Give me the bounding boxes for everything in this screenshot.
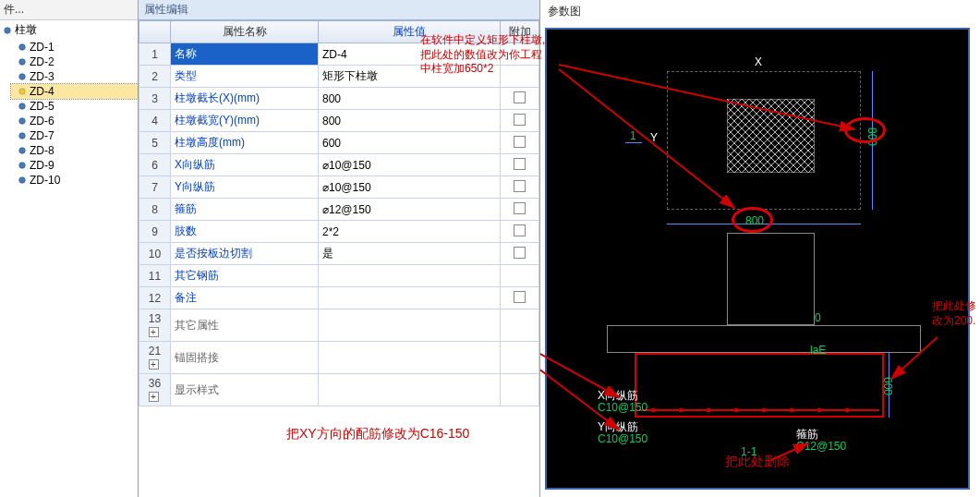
tree-root-label: 柱墩 <box>15 22 37 38</box>
prop-value[interactable]: 是 <box>319 243 501 265</box>
prop-row-5[interactable]: 5柱墩高度(mm)600 <box>139 132 539 154</box>
lae-label: laE <box>810 344 826 357</box>
prop-value[interactable]: 800 <box>319 88 501 110</box>
prop-name[interactable]: X向纵筋 <box>171 154 319 176</box>
tree-root[interactable]: 柱墩 <box>0 20 138 40</box>
prop-value[interactable]: 800 <box>319 110 501 132</box>
checkbox[interactable] <box>514 291 526 303</box>
prop-value[interactable]: ⌀10@150 <box>319 154 501 176</box>
svg-point-18 <box>790 408 793 412</box>
component-tree-panel: 件... 柱墩 ZD-1ZD-2ZD-3ZD-4ZD-5ZD-6ZD-7ZD-8… <box>0 0 139 497</box>
prop-row-4[interactable]: 4柱墩截宽(Y)(mm)800 <box>139 110 539 132</box>
expand-icon[interactable]: + <box>149 327 159 337</box>
tree-item-zd-3[interactable]: ZD-3 <box>11 69 138 84</box>
section-label: 1-1 <box>741 445 756 458</box>
highlight-ellipse-x800 <box>732 207 773 233</box>
prop-value[interactable] <box>319 265 501 287</box>
expand-icon[interactable]: + <box>149 359 159 370</box>
prop-name[interactable]: 类型 <box>171 66 319 88</box>
prop-value[interactable]: ⌀10@150 <box>319 176 501 199</box>
checkbox[interactable] <box>514 91 526 103</box>
svg-point-17 <box>762 408 766 412</box>
header-name: 属性名称 <box>171 21 319 43</box>
svg-point-8 <box>19 148 25 153</box>
prop-value[interactable]: 矩形下柱墩 <box>319 66 501 88</box>
svg-point-0 <box>5 27 10 32</box>
tree-item-zd-1[interactable]: ZD-1 <box>11 40 138 55</box>
checkbox[interactable] <box>514 224 526 236</box>
highlight-ellipse-y800 <box>844 117 886 143</box>
prop-value[interactable]: ⌀12@150 <box>319 199 501 221</box>
checkbox[interactable] <box>514 247 526 259</box>
svg-point-15 <box>707 408 710 412</box>
svg-point-4 <box>19 89 25 94</box>
svg-point-20 <box>845 408 849 412</box>
diagram-canvas: X Y 1 800 800 0 <box>545 28 970 490</box>
prop-name[interactable]: 柱墩截长(X)(mm) <box>171 88 319 110</box>
prop-name[interactable]: 名称 <box>171 43 319 66</box>
prop-name[interactable]: 锚固搭接 <box>171 342 319 374</box>
prop-row-6[interactable]: 6X向纵筋⌀10@150 <box>139 154 539 176</box>
tree-item-zd-4[interactable]: ZD-4 <box>11 84 138 99</box>
tree-item-zd-2[interactable]: ZD-2 <box>11 55 138 69</box>
prop-row-2[interactable]: 2类型矩形下柱墩 <box>139 66 539 88</box>
annotation-xy-rebar: 把XY方向的配筋修改为C16-150 <box>286 425 539 442</box>
stirrup-value: C12@150 <box>796 440 846 453</box>
prop-row-21[interactable]: 21 +锚固搭接 <box>139 342 539 374</box>
header-blank <box>139 21 171 43</box>
prop-name[interactable]: 是否按板边切割 <box>171 243 319 265</box>
prop-row-36[interactable]: 36 +显示样式 <box>139 374 539 406</box>
prop-value[interactable] <box>319 342 501 374</box>
property-tab[interactable]: 属性编辑 <box>139 0 539 20</box>
expand-icon[interactable]: + <box>149 392 159 402</box>
tree-item-zd-9[interactable]: ZD-9 <box>11 158 138 173</box>
prop-value[interactable]: 2*2 <box>319 221 501 243</box>
prop-row-13[interactable]: 13 +其它属性 <box>139 309 539 342</box>
svg-point-9 <box>19 163 25 168</box>
checkbox[interactable] <box>514 180 526 192</box>
tree-header: 件... <box>0 0 138 20</box>
prop-name[interactable]: 显示样式 <box>171 374 319 406</box>
svg-point-6 <box>19 118 25 124</box>
prop-row-7[interactable]: 7Y向纵筋⌀10@150 <box>139 176 539 199</box>
prop-row-8[interactable]: 8箍筋⌀12@150 <box>139 199 539 221</box>
prop-value[interactable] <box>319 374 501 406</box>
checkbox[interactable] <box>514 136 526 148</box>
prop-row-11[interactable]: 11其它钢筋 <box>139 265 539 287</box>
tree-item-zd-5[interactable]: ZD-5 <box>11 99 138 114</box>
prop-value[interactable]: ZD-4 <box>319 43 501 66</box>
prop-name[interactable]: 柱墩高度(mm) <box>171 132 319 154</box>
prop-value[interactable] <box>319 287 501 309</box>
checkbox[interactable] <box>514 114 526 126</box>
tree-item-zd-6[interactable]: ZD-6 <box>11 114 138 128</box>
prop-row-1[interactable]: 1名称ZD-4 <box>139 43 539 66</box>
prop-name[interactable]: 柱墩截宽(Y)(mm) <box>171 110 319 132</box>
svg-point-7 <box>19 133 25 139</box>
prop-row-12[interactable]: 12备注 <box>139 287 539 309</box>
tree-item-zd-7[interactable]: ZD-7 <box>11 128 138 143</box>
prop-name[interactable]: Y向纵筋 <box>171 176 319 199</box>
tree-item-zd-8[interactable]: ZD-8 <box>11 143 138 158</box>
x-rebar-value: C10@150 <box>598 401 647 414</box>
y-rebar-value: C10@150 <box>598 432 647 445</box>
prop-name[interactable]: 肢数 <box>171 221 319 243</box>
svg-point-5 <box>19 103 25 109</box>
prop-name[interactable]: 备注 <box>171 287 319 309</box>
prop-name[interactable]: 箍筋 <box>171 199 319 221</box>
prop-value[interactable]: 600 <box>319 132 501 154</box>
svg-rect-11 <box>727 99 815 173</box>
svg-point-1 <box>19 44 25 50</box>
dim-x-label: X <box>755 55 762 68</box>
prop-row-10[interactable]: 10是否按板边切割是 <box>139 243 539 265</box>
prop-row-9[interactable]: 9肢数2*2 <box>139 221 539 243</box>
prop-name[interactable]: 其它钢筋 <box>171 265 319 287</box>
checkbox[interactable] <box>514 202 526 214</box>
prop-name[interactable]: 其它属性 <box>171 309 319 342</box>
property-table: 属性名称 属性值 附加 1名称ZD-42类型矩形下柱墩3柱墩截长(X)(mm)8… <box>139 20 539 406</box>
checkbox[interactable] <box>514 158 526 170</box>
prop-row-3[interactable]: 3柱墩截长(X)(mm)800 <box>139 88 539 110</box>
tree-item-zd-10[interactable]: ZD-10 <box>11 173 138 188</box>
svg-point-10 <box>19 177 25 183</box>
dim-600: 600 <box>881 377 894 395</box>
prop-value[interactable] <box>319 309 501 342</box>
